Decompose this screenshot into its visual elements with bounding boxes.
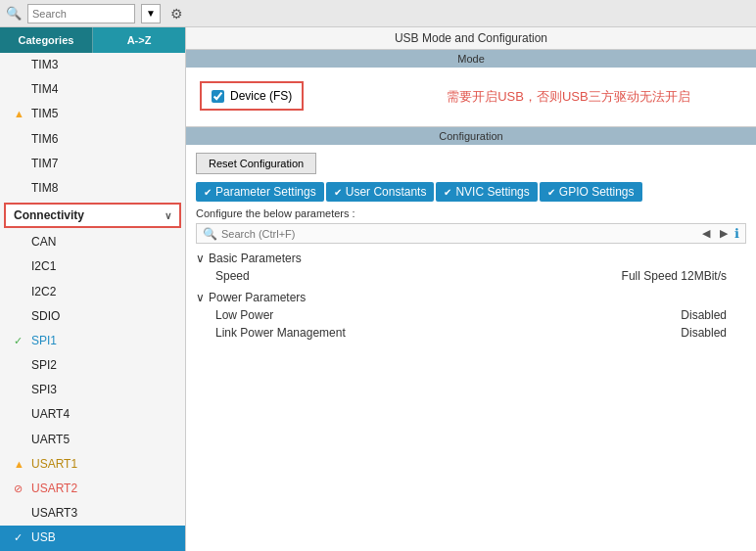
tab-az[interactable]: A->Z — [93, 27, 185, 53]
power-parameters-header[interactable]: ∨ Power Parameters — [196, 289, 746, 306]
list-item[interactable]: SPI2 — [0, 353, 185, 378]
search-icon: 🔍 — [203, 227, 217, 241]
warning-icon: ▲ — [14, 456, 27, 474]
list-item[interactable]: TIM6 — [0, 127, 185, 152]
list-item[interactable]: I2C2 — [0, 280, 185, 304]
list-item[interactable]: CAN — [0, 230, 185, 254]
connectivity-label: Connectivity — [14, 208, 84, 222]
config-search-row: 🔍 ◀ ▶ ℹ — [196, 223, 746, 244]
config-label: Configure the below parameters : — [196, 207, 746, 219]
config-section: Configuration Reset Configuration ✔ Para… — [186, 127, 756, 551]
check-icon: ✔ — [444, 187, 451, 198]
list-item[interactable]: UART5 — [0, 428, 185, 452]
mode-section: Mode Device (FS) 需要开启USB，否则USB三方驱动无法开启 — [186, 50, 756, 127]
config-body: Reset Configuration ✔ Parameter Settings… — [186, 145, 756, 551]
list-item[interactable]: I2C1 — [0, 254, 185, 279]
tab-user-constants[interactable]: ✔ User Constants — [326, 182, 435, 202]
check-icon: ✓ — [14, 529, 27, 547]
settings-icon[interactable]: ⚙ — [170, 6, 183, 22]
config-tabs: ✔ Parameter Settings ✔ User Constants ✔ … — [196, 182, 746, 202]
list-item-usb[interactable]: ✓ USB — [0, 526, 185, 550]
list-item[interactable]: TIM7 — [0, 152, 185, 176]
list-item[interactable]: UART4 — [0, 402, 185, 427]
device-fs-checkbox[interactable] — [212, 90, 224, 103]
warning-text: 需要开启USB，否则USB三方驱动无法开启 — [447, 88, 689, 106]
info-icon[interactable]: ℹ — [734, 226, 739, 241]
list-item[interactable]: SPI3 — [0, 378, 185, 402]
main-area: Categories A->Z TIM3 TIM4 ▲ TIM5 TIM6 — [0, 27, 756, 551]
top-bar: 🔍 ▼ ⚙ — [0, 0, 756, 27]
chevron-down-icon: ∨ — [165, 210, 171, 221]
config-header: Configuration — [186, 127, 756, 145]
sidebar: Categories A->Z TIM3 TIM4 ▲ TIM5 TIM6 — [0, 27, 186, 551]
power-parameters-group: ∨ Power Parameters Low Power Disabled Li… — [196, 289, 746, 342]
collapse-icon: ∨ — [196, 291, 205, 304]
list-item-usart1[interactable]: ▲ USART1 — [0, 452, 185, 477]
config-search-input[interactable] — [221, 228, 695, 240]
param-row-link-power: Link Power Management Disabled — [196, 324, 746, 342]
check-icon: ✓ — [14, 333, 27, 350]
sidebar-list: TIM3 TIM4 ▲ TIM5 TIM6 TIM7 TIM8 — [0, 53, 185, 551]
list-item[interactable]: TIM8 — [0, 176, 185, 201]
device-fs-checkbox-row[interactable]: Device (FS) — [200, 81, 304, 111]
list-item[interactable]: SDIO — [0, 304, 185, 329]
panel-title: USB Mode and Configuration — [186, 27, 756, 50]
reset-configuration-button[interactable]: Reset Configuration — [196, 153, 316, 174]
next-result-button[interactable]: ▶ — [717, 226, 731, 241]
param-row-speed: Speed Full Speed 12MBit/s — [196, 267, 746, 285]
error-icon: ⊘ — [14, 481, 27, 498]
mode-header: Mode — [186, 50, 756, 68]
list-item-spi1[interactable]: ✓ SPI1 — [0, 329, 185, 353]
basic-parameters-header[interactable]: ∨ Basic Parameters — [196, 250, 746, 267]
check-icon: ✔ — [547, 187, 555, 198]
search-icon: 🔍 — [6, 6, 22, 21]
mode-body: Device (FS) 需要开启USB，否则USB三方驱动无法开启 — [186, 68, 756, 126]
warning-icon: ▲ — [14, 106, 27, 123]
list-item[interactable]: TIM4 — [0, 77, 185, 102]
tab-parameter-settings[interactable]: ✔ Parameter Settings — [196, 182, 324, 202]
connectivity-category[interactable]: Connectivity ∨ — [4, 203, 181, 228]
list-item-usart3[interactable]: USART3 — [0, 501, 185, 526]
tab-nvic-settings[interactable]: ✔ NVIC Settings — [436, 182, 537, 202]
list-item-usart2[interactable]: ⊘ USART2 — [0, 477, 185, 501]
sidebar-tabs: Categories A->Z — [0, 27, 185, 53]
right-panel: USB Mode and Configuration Mode Device (… — [186, 27, 756, 551]
prev-result-button[interactable]: ◀ — [699, 226, 713, 241]
tab-gpio-settings[interactable]: ✔ GPIO Settings — [540, 182, 642, 202]
check-icon: ✔ — [334, 187, 342, 198]
basic-parameters-group: ∨ Basic Parameters Speed Full Speed 12MB… — [196, 250, 746, 285]
top-search-input[interactable] — [27, 4, 135, 23]
list-item[interactable]: ▲ TIM5 — [0, 102, 185, 126]
list-item[interactable]: TIM3 — [0, 53, 185, 77]
device-fs-label: Device (FS) — [230, 89, 292, 103]
collapse-icon: ∨ — [196, 252, 205, 265]
dropdown-arrow[interactable]: ▼ — [141, 4, 161, 23]
tab-categories[interactable]: Categories — [0, 27, 93, 53]
check-icon: ✔ — [204, 187, 212, 198]
param-row-low-power: Low Power Disabled — [196, 306, 746, 324]
